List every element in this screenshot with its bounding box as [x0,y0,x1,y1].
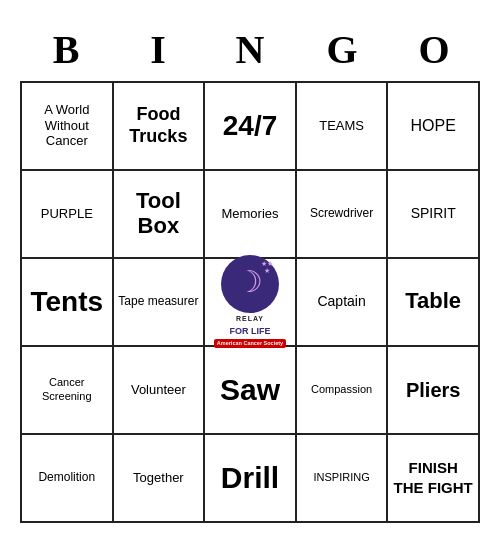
header-b: B [20,22,112,77]
relay-stars: ★★★ [261,260,273,274]
cell-11: Tape measurer [114,259,206,347]
cell-17: Saw [205,347,297,435]
cell-0: A World Without Cancer [22,83,114,171]
bingo-header: B I N G O [20,22,480,77]
header-n: N [204,22,296,77]
cell-21: Together [114,435,206,523]
relay-label: RELAY [236,315,264,323]
cell-6: Tool Box [114,171,206,259]
relay-moon: ☽ [236,267,263,297]
cell-8: Screwdriver [297,171,389,259]
relay-circle: ★★★ ☽ [221,255,279,313]
cell-23: INSPIRING [297,435,389,523]
cell-20: Demolition [22,435,114,523]
header-i: I [112,22,204,77]
cell-4: HOPE [388,83,480,171]
cell-7: Memories [205,171,297,259]
relay-for-life-label: FOR LIFE [229,326,270,337]
cell-10: Tents [22,259,114,347]
cell-15: Cancer Screening [22,347,114,435]
cell-3: TEAMS [297,83,389,171]
cell-14: Table [388,259,480,347]
relay-logo: ★★★ ☽ RELAY FOR LIFE American Cancer Soc… [214,255,286,348]
cell-9: SPIRIT [388,171,480,259]
cell-22: Drill [205,435,297,523]
header-g: G [296,22,388,77]
cell-5: PURPLE [22,171,114,259]
bingo-grid: A World Without Cancer Food Trucks 24/7 … [20,81,480,523]
cell-12-relay: ★★★ ☽ RELAY FOR LIFE American Cancer Soc… [205,259,297,347]
cell-1: Food Trucks [114,83,206,171]
cell-24: FINISH THE FIGHT [388,435,480,523]
cell-16: Volunteer [114,347,206,435]
cell-2: 24/7 [205,83,297,171]
header-o: O [388,22,480,77]
cell-19: Pliers [388,347,480,435]
cell-18: Compassion [297,347,389,435]
bingo-card: B I N G O A World Without Cancer Food Tr… [10,12,490,533]
cell-13: Captain [297,259,389,347]
